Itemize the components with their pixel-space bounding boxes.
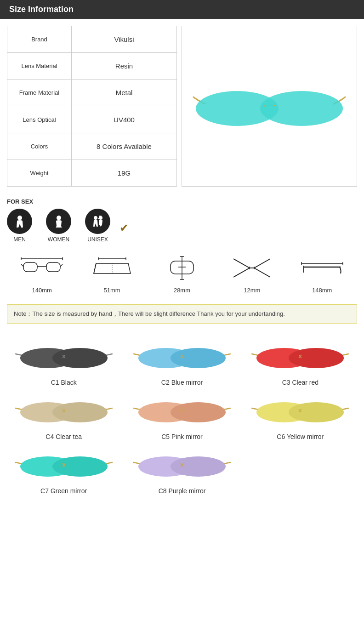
size-svg-140 (19, 254, 65, 282)
value-frame-material: Metal (72, 80, 177, 106)
size-diagram-12 (229, 254, 275, 283)
women-label: WOMEN (48, 236, 69, 243)
svg-line-31 (254, 268, 270, 277)
svg-rect-14 (46, 262, 60, 272)
note-box: Note：The size is measured by hand，There … (7, 304, 357, 324)
table-row: Weight 19G (7, 159, 177, 186)
table-row: Lens Optical UV400 (7, 106, 177, 133)
size-value-12: 12mm (244, 287, 260, 294)
size-value-140: 140mm (32, 287, 52, 294)
color-label-c6: C6 Yellow mirror (277, 433, 324, 440)
sex-item-unisex: UNISEX (85, 209, 110, 243)
label-colors: Colors (7, 133, 72, 159)
size-svg-51 (89, 254, 135, 282)
size-section: 140mm 51mm (0, 245, 364, 301)
size-item-148: 148mm (299, 254, 345, 294)
svg-line-21 (94, 263, 96, 273)
value-brand: Vikulsi (72, 26, 177, 53)
color-label-c7: C7 Green mirror (40, 487, 87, 495)
top-section: Brand Vikulsi Lens Material Resin Frame … (0, 19, 364, 194)
men-icon (13, 215, 27, 228)
label-lens-material: Lens Material (7, 53, 72, 80)
info-table: Brand Vikulsi Lens Material Resin Frame … (7, 26, 177, 187)
label-frame-material: Frame Material (7, 80, 72, 106)
main-glasses-svg (191, 74, 347, 138)
women-icon (52, 215, 66, 228)
glasses-c7 (13, 450, 114, 482)
glasses-c6 (250, 395, 351, 427)
svg-line-28 (233, 259, 250, 268)
glasses-c8 (131, 450, 233, 482)
label-weight: Weight (7, 159, 72, 186)
glasses-c3 (250, 341, 351, 373)
svg-point-73 (289, 402, 344, 422)
color-label-c3: C3 Clear red (282, 379, 318, 386)
svg-line-30 (233, 268, 250, 277)
glasses-c5 (131, 395, 233, 427)
svg-point-79 (52, 456, 108, 477)
svg-line-16 (21, 264, 23, 267)
color-grid: C1 Black C2 Blue mirror (7, 336, 357, 495)
color-item-c1: C1 Black (7, 341, 120, 386)
size-item-140: 140mm (19, 254, 65, 294)
color-label-c4: C4 Clear tea (46, 433, 82, 440)
size-svg-28 (159, 254, 205, 282)
value-lens-material: Resin (72, 53, 177, 80)
glasses-c4 (13, 395, 114, 427)
svg-point-67 (171, 402, 226, 422)
svg-point-85 (171, 456, 226, 477)
color-item-c6: C6 Yellow mirror (244, 395, 357, 440)
unisex-icon-circle (85, 209, 110, 234)
svg-line-17 (60, 264, 63, 267)
sex-icons-group: MEN WOMEN (7, 209, 357, 243)
glasses-c2 (131, 341, 233, 373)
svg-point-2 (260, 91, 343, 126)
size-value-148: 148mm (312, 287, 332, 294)
color-item-c7: C7 Green mirror (7, 450, 120, 495)
men-icon-circle (7, 209, 32, 234)
unisex-label: UNISEX (87, 236, 108, 243)
colors-section: C1 Black C2 Blue mirror (0, 327, 364, 504)
color-label-c1: C1 Black (51, 379, 77, 386)
sex-item-women: WOMEN (46, 209, 71, 243)
size-item-51: 51mm (89, 254, 135, 294)
size-diagram-140 (19, 254, 65, 283)
for-sex-section: FOR SEX MEN WOMEN (0, 194, 364, 245)
size-value-51: 51mm (104, 287, 120, 294)
men-label: MEN (13, 236, 26, 243)
size-item-12: 12mm (229, 254, 275, 294)
size-diagram-28 (159, 254, 205, 283)
table-row: Frame Material Metal (7, 80, 177, 106)
sex-item-men: MEN (7, 209, 32, 243)
women-icon-circle (46, 209, 71, 234)
svg-point-6 (57, 216, 61, 220)
svg-point-49 (171, 348, 226, 368)
label-brand: Brand (7, 26, 72, 53)
page-header: Size Information (0, 0, 364, 19)
svg-point-5 (17, 216, 22, 220)
color-item-c3: C3 Clear red (244, 341, 357, 386)
svg-point-61 (52, 402, 108, 422)
size-diagrams: 140mm 51mm (7, 250, 357, 296)
for-sex-label: FOR SEX (7, 198, 357, 205)
size-item-28: 28mm (159, 254, 205, 294)
value-colors: 8 Colors Available (72, 133, 177, 159)
svg-point-43 (52, 348, 108, 368)
size-diagram-51 (89, 254, 135, 283)
size-diagram-148 (299, 254, 345, 283)
svg-rect-13 (23, 262, 37, 272)
table-row: Colors 8 Colors Available (7, 133, 177, 159)
color-item-c5: C5 Pink mirror (125, 395, 239, 440)
glasses-c1 (13, 341, 114, 373)
label-lens-optical: Lens Optical (7, 106, 72, 133)
svg-line-29 (254, 259, 270, 268)
color-item-c2: C2 Blue mirror (125, 341, 239, 386)
page-title: Size Information (9, 5, 74, 14)
color-item-c4: C4 Clear tea (7, 395, 120, 440)
color-label-c5: C5 Pink mirror (161, 433, 202, 440)
table-row: Lens Material Resin (7, 53, 177, 80)
color-item-c8: C8 Purple mirror (125, 450, 239, 495)
product-image (182, 26, 357, 187)
color-label-c2: C2 Blue mirror (161, 379, 203, 386)
size-svg-148 (299, 254, 345, 282)
